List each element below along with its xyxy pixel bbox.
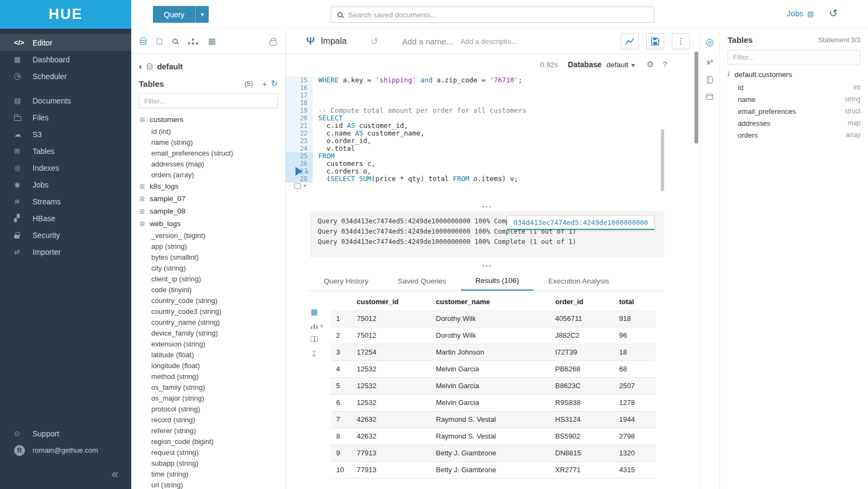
column-item[interactable]: client_ip (string) <box>131 273 285 284</box>
code-text[interactable]: customers c, <box>313 160 375 168</box>
code-text[interactable]: FROM <box>313 152 335 160</box>
table-row[interactable]: 175012Dorothy Wilk4056711918 <box>331 310 656 327</box>
collapse-sidebar-button[interactable]: « <box>112 467 118 481</box>
assist-toggle-icon[interactable]: ◎ <box>706 36 714 48</box>
code-text[interactable]: c.orders o, <box>313 168 371 175</box>
col-header[interactable]: total <box>614 294 656 310</box>
sidebar-item-user[interactable]: Rromain@gethue.com <box>0 442 131 459</box>
sidebar-item-tables[interactable]: ⊞Tables <box>0 143 131 159</box>
jobs-link[interactable]: Jobs ▤ <box>787 9 814 18</box>
column-item[interactable]: region_code (bigint) <box>131 436 285 447</box>
execute-query-button[interactable] <box>295 167 303 176</box>
column-item[interactable]: email_preferencesstruct <box>728 105 860 117</box>
main-scrollbar[interactable] <box>695 52 698 144</box>
query-dropdown-caret[interactable]: ▼ <box>195 6 209 23</box>
column-item[interactable]: country_name (string) <box>131 317 285 327</box>
sidebar-item-dashboard[interactable]: ▦Dashboard <box>0 51 131 68</box>
column-item[interactable]: idint <box>728 81 860 93</box>
table-item[interactable]: ⊞sample_08 <box>131 205 285 217</box>
tab-query-history[interactable]: Query History <box>309 272 383 291</box>
schedule-icon[interactable] <box>706 94 713 100</box>
help-icon[interactable]: ? <box>663 60 667 69</box>
query-history-small-icon[interactable]: ↺ <box>370 36 378 47</box>
table-item[interactable]: ⊞sample_07 <box>131 192 285 205</box>
sidebar-item-files[interactable]: Files <box>0 109 131 126</box>
documents-copy-icon[interactable] <box>157 38 162 44</box>
sidebar-item-indexes[interactable]: ◎Indexes <box>0 159 131 176</box>
tab-execution-analysis[interactable]: Execution Analysis <box>533 272 624 291</box>
column-item[interactable]: method (string) <box>131 371 285 382</box>
download-results-icon[interactable]: ↧ <box>311 349 324 359</box>
sidebar-item-security[interactable]: Security <box>0 227 131 243</box>
sidebar-item-scheduler[interactable]: Scheduler <box>0 68 131 85</box>
column-item[interactable]: latitude (float) <box>131 349 285 360</box>
table-row[interactable]: 412532Melvin GarciaPB626868 <box>331 361 656 377</box>
column-item[interactable]: email_preferences (struct) <box>131 147 285 158</box>
search-assist-icon[interactable] <box>172 38 178 44</box>
column-item[interactable]: app (string) <box>131 241 285 252</box>
column-item[interactable]: country_code (string) <box>131 295 285 306</box>
sidebar-item-editor[interactable]: </>Editor <box>0 34 131 51</box>
column-item[interactable]: subapp (string) <box>131 458 285 468</box>
column-item[interactable]: referer (string) <box>131 425 285 436</box>
search-input[interactable] <box>348 11 648 19</box>
code-text[interactable] <box>313 84 318 92</box>
table-row[interactable]: 977913Betty J. GiambroneDN88151320 <box>331 445 656 461</box>
collections-bag-icon[interactable] <box>269 40 277 46</box>
column-item[interactable]: record (string) <box>131 414 285 425</box>
column-item[interactable]: _version_ (bigint) <box>131 230 285 241</box>
code-text[interactable]: WHERE a.key = 'shipping' and a.zip_code … <box>313 76 522 84</box>
chart-view-icon[interactable]: ▼ <box>311 323 324 329</box>
back-chevron-icon[interactable]: ‹ <box>139 61 142 72</box>
sidebar-item-streams[interactable]: ≋Streams <box>0 193 131 210</box>
column-item[interactable]: addressesmap <box>728 117 860 129</box>
table-item[interactable]: ⊞k8s_logs <box>131 180 285 192</box>
active-table-item[interactable]: i default.customers <box>728 65 860 81</box>
query-button-label[interactable]: Query <box>153 6 195 23</box>
table-row[interactable]: 612532Melvin GarciaR9S8381278 <box>331 394 656 411</box>
code-text[interactable]: -- Compute total amount per order for al… <box>313 107 526 114</box>
sidebar-item-support[interactable]: ⊙Support <box>0 425 131 442</box>
tables-filter-input[interactable] <box>139 93 278 108</box>
functions-icon[interactable]: x² <box>706 58 713 66</box>
column-item[interactable]: country_code3 (string) <box>131 306 285 317</box>
settings-gear-icon[interactable]: ⚙ <box>647 60 654 69</box>
column-item[interactable]: extension (string) <box>131 338 285 349</box>
sidebar-item-s3[interactable]: ☁S3 <box>0 126 131 143</box>
table-row[interactable]: 275012Dorothy WilkJ882C296 <box>331 327 656 344</box>
query-description-input[interactable] <box>461 37 531 46</box>
tab-results-106[interactable]: Results (106) <box>461 272 533 291</box>
sitemap-icon[interactable] <box>192 38 194 41</box>
code-text[interactable] <box>313 99 318 107</box>
save-button[interactable] <box>646 33 664 49</box>
editor-scrollbar[interactable] <box>661 129 664 191</box>
more-actions-button[interactable]: ⋮ <box>672 33 690 49</box>
query-history-icon[interactable]: ↺ <box>829 7 838 20</box>
column-item[interactable]: id (int) <box>131 126 285 137</box>
grid-view-icon[interactable]: ▦ <box>311 307 324 316</box>
col-header[interactable]: customer_name <box>430 294 550 310</box>
tab-saved-queries[interactable]: Saved Queries <box>383 272 461 291</box>
column-item[interactable]: addresses (map) <box>131 158 285 169</box>
columns-view-icon[interactable] <box>311 336 324 342</box>
breadcrumb-database[interactable]: default <box>157 62 183 71</box>
right-filter-input[interactable] <box>728 50 860 65</box>
table-row[interactable]: 1077913Betty J. GiambroneXR27714315 <box>331 461 656 478</box>
code-text[interactable]: v.total <box>313 145 355 152</box>
table-row[interactable]: 842632Raymond S. VestalBS59022798 <box>331 428 656 445</box>
new-query-button[interactable]: Query ▼ <box>153 6 209 23</box>
code-text[interactable]: c.name AS customer_name, <box>313 130 425 137</box>
table-row[interactable]: 742632Raymond S. VestalHS31241944 <box>331 411 656 428</box>
chart-button[interactable] <box>621 33 639 49</box>
table-row[interactable]: 317254Martin JohnsonI72T3918 <box>331 344 656 361</box>
column-item[interactable]: os_family (string) <box>131 382 285 393</box>
code-text[interactable]: (SELECT SUM(price * qty) total FROM o.it… <box>313 175 518 183</box>
column-item[interactable]: city (string) <box>131 262 285 273</box>
column-item[interactable]: bytes (smallint) <box>131 252 285 262</box>
table-row[interactable]: 512532Melvin GarciaB8623C2507 <box>331 377 656 394</box>
sidebar-item-importer[interactable]: ⇄Importer <box>0 243 131 260</box>
column-item[interactable]: time (string) <box>131 468 285 479</box>
log-resize-handle-top[interactable]: ••• <box>310 203 664 210</box>
column-item[interactable]: protocol (string) <box>131 403 285 414</box>
col-header[interactable]: order_id <box>550 294 614 310</box>
